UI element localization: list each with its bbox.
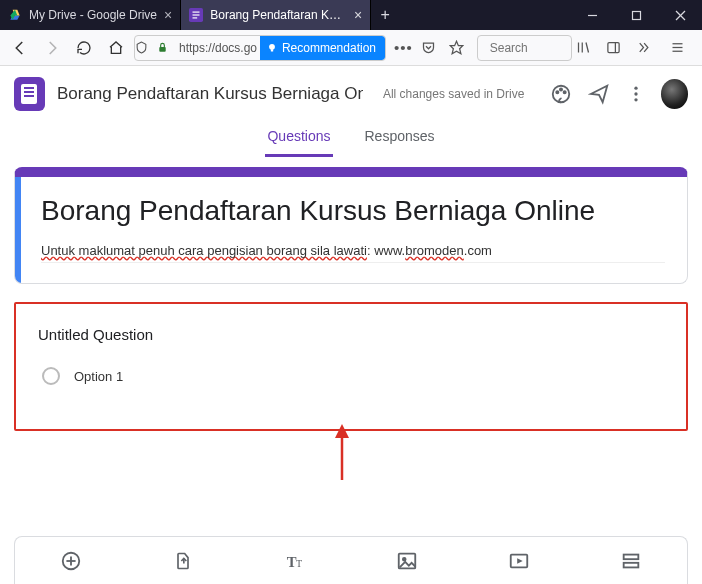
question-title[interactable]: Untitled Question: [38, 326, 664, 343]
home-button[interactable]: [102, 34, 130, 62]
form-description-input[interactable]: Untuk maklumat penuh cara pengisian bora…: [41, 243, 665, 263]
form-title-card[interactable]: Borang Pendaftaran Kursus Berniaga Onlin…: [14, 167, 688, 284]
google-forms-logo-icon[interactable]: [14, 77, 45, 111]
hamburger-menu-icon[interactable]: [670, 40, 696, 55]
form-section-tabs: Questions Responses: [0, 122, 702, 157]
svg-rect-8: [632, 11, 640, 19]
svg-rect-4: [193, 12, 200, 13]
svg-line-19: [586, 43, 589, 53]
forms-icon: [189, 8, 203, 22]
save-status: All changes saved in Drive: [383, 87, 524, 101]
svg-marker-14: [450, 41, 463, 54]
browser-tab-forms[interactable]: Borang Pendaftaran Kursus Be ×: [181, 0, 371, 30]
more-menu-button[interactable]: [623, 80, 648, 108]
shield-icon: [135, 41, 157, 54]
recommendation-chip[interactable]: Recommendation: [260, 36, 385, 60]
import-questions-button[interactable]: [163, 541, 203, 581]
svg-point-31: [634, 98, 637, 101]
form-title-input[interactable]: Borang Pendaftaran Kursus Berniaga Onlin…: [41, 195, 665, 233]
svg-rect-13: [271, 49, 273, 51]
add-title-button[interactable]: TT: [275, 541, 315, 581]
svg-point-40: [403, 557, 406, 560]
forward-button[interactable]: [38, 34, 66, 62]
browser-tab-drive[interactable]: My Drive - Google Drive ×: [0, 0, 181, 30]
desc-text-part: .com: [464, 243, 492, 258]
svg-rect-20: [608, 43, 619, 53]
svg-point-30: [634, 92, 637, 95]
pocket-icon[interactable]: [421, 40, 445, 55]
question-toolbar: TT: [14, 536, 688, 584]
send-button[interactable]: [586, 80, 611, 108]
svg-point-12: [269, 43, 275, 49]
url-text: https://docs.go: [179, 41, 260, 55]
radio-icon: [42, 367, 60, 385]
window-minimize-button[interactable]: [570, 0, 614, 30]
tab-label: Borang Pendaftaran Kursus Be: [210, 8, 347, 22]
window-close-button[interactable]: [658, 0, 702, 30]
svg-rect-43: [624, 554, 639, 559]
url-box[interactable]: https://docs.go Recommendation: [134, 35, 386, 61]
add-section-button[interactable]: [611, 541, 651, 581]
add-question-button[interactable]: [51, 541, 91, 581]
document-title[interactable]: Borang Pendaftaran Kursus Berniaga Onlin…: [57, 84, 363, 104]
bookmark-star-icon[interactable]: [449, 40, 473, 55]
library-icon[interactable]: [576, 40, 602, 55]
question-option-row[interactable]: Option 1: [38, 367, 664, 385]
address-bar: https://docs.go Recommendation •••: [0, 30, 702, 66]
tab-label: My Drive - Google Drive: [29, 8, 157, 22]
account-avatar[interactable]: [661, 79, 688, 109]
desc-text-part: : www.: [367, 243, 405, 258]
forms-editor-page: Borang Pendaftaran Kursus Berniaga Onlin…: [0, 66, 702, 584]
editor-header: Borang Pendaftaran Kursus Berniaga Onlin…: [0, 66, 702, 122]
sidebar-icon[interactable]: [606, 40, 632, 55]
option-label[interactable]: Option 1: [74, 369, 123, 384]
new-tab-button[interactable]: +: [371, 0, 399, 30]
close-tab-icon[interactable]: ×: [354, 7, 362, 23]
svg-point-27: [560, 88, 562, 90]
window-maximize-button[interactable]: [614, 0, 658, 30]
tab-questions[interactable]: Questions: [265, 122, 332, 157]
reload-button[interactable]: [70, 34, 98, 62]
svg-text:T: T: [296, 557, 302, 568]
bulb-icon: [265, 41, 279, 55]
recommendation-label: Recommendation: [282, 41, 376, 55]
desc-text-part: Untuk maklumat penuh cara pengisian bora…: [41, 243, 367, 258]
svg-point-26: [556, 91, 558, 93]
svg-point-28: [564, 91, 566, 93]
question-card[interactable]: Untitled Question Option 1: [14, 302, 688, 431]
search-box[interactable]: [477, 35, 572, 61]
theme-palette-button[interactable]: [548, 80, 573, 108]
annotation-arrow-icon: [332, 424, 352, 480]
back-button[interactable]: [6, 34, 34, 62]
svg-marker-42: [517, 558, 523, 564]
svg-rect-5: [193, 14, 200, 15]
svg-point-29: [634, 87, 637, 90]
add-video-button[interactable]: [499, 541, 539, 581]
add-image-button[interactable]: [387, 541, 427, 581]
overflow-chevrons-icon[interactable]: [636, 40, 662, 55]
svg-rect-44: [624, 562, 639, 567]
desc-text-part: bromoden: [405, 243, 464, 258]
drive-icon: [8, 8, 22, 22]
window-titlebar: My Drive - Google Drive × Borang Pendaft…: [0, 0, 702, 30]
page-actions-menu[interactable]: •••: [390, 39, 417, 56]
form-canvas: Borang Pendaftaran Kursus Berniaga Onlin…: [0, 157, 702, 431]
svg-rect-11: [159, 47, 165, 52]
close-tab-icon[interactable]: ×: [164, 7, 172, 23]
svg-rect-6: [193, 17, 198, 18]
tab-responses[interactable]: Responses: [363, 122, 437, 157]
lock-icon: [157, 42, 179, 53]
